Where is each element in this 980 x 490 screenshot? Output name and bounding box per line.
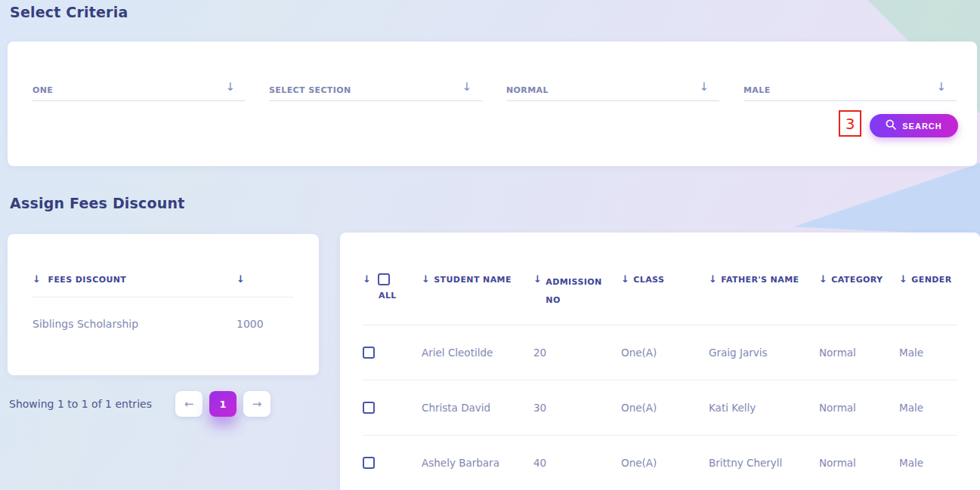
select-criteria-title: Select Criteria (10, 4, 128, 20)
column-header-class[interactable]: ↓CLASS (621, 233, 709, 325)
discount-name: Siblings Scholarship (32, 318, 236, 330)
cell-father-name: Kati Kelly (709, 380, 819, 435)
all-label: ALL (379, 291, 422, 300)
entries-summary: Showing 1 to 1 of 1 entries (9, 398, 152, 410)
column-header-admission-no[interactable]: ↓ADMISSION NO (533, 233, 621, 325)
column-header-all: ↓ ALL (363, 233, 422, 325)
section-dropdown[interactable]: SELECT SECTION ↓ (269, 82, 482, 101)
cell-class: One(A) (621, 325, 709, 380)
student-row: Ashely Barbara 40 One(A) Brittny Cheryll… (363, 435, 957, 490)
cell-student-name: Ariel Cleotilde (422, 325, 533, 380)
pagination: Showing 1 to 1 of 1 entries ← 1 → (9, 390, 271, 418)
select-all-checkbox[interactable] (378, 273, 390, 285)
search-button-label: SEARCH (902, 122, 941, 131)
page-1-button[interactable]: 1 (209, 391, 236, 417)
cell-category: Normal (819, 325, 899, 380)
cell-category: Normal (819, 435, 899, 490)
search-button[interactable]: SEARCH (870, 114, 958, 137)
class-dropdown-value: ONE (32, 85, 53, 95)
chevron-down-icon: ↓ (699, 80, 709, 94)
discount-amount: 1000 (236, 318, 294, 330)
chevron-down-icon: ↓ (462, 80, 471, 94)
cell-gender: Male (899, 325, 957, 380)
column-header-fathers-name[interactable]: ↓FATHER'S NAME (709, 233, 819, 325)
student-row: Ariel Cleotilde 20 One(A) Graig Jarvis N… (363, 325, 957, 380)
next-page-button[interactable]: → (243, 391, 271, 417)
page-controls: ← 1 → (175, 391, 271, 417)
assign-fees-title: Assign Fees Discount (10, 195, 185, 211)
category-dropdown-value: NORMAL (506, 85, 549, 95)
section-dropdown-value: SELECT SECTION (269, 85, 351, 95)
cell-student-name: Ashely Barbara (422, 435, 533, 490)
column-header-student-name[interactable]: ↓STUDENT NAME (422, 233, 533, 325)
students-table-card: ↓ ALL ↓STUDENT NAME ↓ADMISSION NO ↓CLASS (340, 233, 980, 490)
column-header-label: FATHER'S NAME (721, 273, 799, 286)
class-dropdown[interactable]: ONE ↓ (32, 82, 246, 101)
sort-icon[interactable]: ↓ (236, 273, 245, 285)
row-checkbox[interactable] (363, 347, 375, 359)
sort-icon: ↓ (709, 273, 717, 285)
annotation-number: 3 (846, 115, 855, 133)
gender-dropdown[interactable]: MALE ↓ (744, 82, 957, 101)
chevron-down-icon: ↓ (936, 80, 946, 94)
page: Select Criteria ONE ↓ SELECT SECTION ↓ N… (0, 0, 980, 490)
discount-row[interactable]: Siblings Scholarship 1000 (32, 297, 294, 330)
gender-dropdown-value: MALE (744, 85, 771, 95)
discount-table-header: ↓ FEES DISCOUNT ↓ (32, 234, 294, 297)
sort-icon: ↓ (422, 273, 430, 285)
previous-page-button[interactable]: ← (175, 391, 202, 417)
sort-icon: ↓ (819, 273, 827, 285)
cell-class: One(A) (621, 435, 709, 490)
students-table: ↓ ALL ↓STUDENT NAME ↓ADMISSION NO ↓CLASS (363, 233, 957, 490)
chevron-down-icon: ↓ (225, 80, 235, 94)
cell-father-name: Graig Jarvis (709, 325, 819, 380)
cell-father-name: Brittny Cheryll (709, 435, 819, 490)
column-header-category[interactable]: ↓CATEGORY (819, 233, 899, 325)
arrow-left-icon: ← (184, 397, 194, 411)
sort-icon: ↓ (533, 273, 542, 285)
sort-icon[interactable]: ↓ (32, 273, 41, 285)
sort-icon[interactable]: ↓ (363, 273, 371, 285)
select-criteria-card: ONE ↓ SELECT SECTION ↓ NORMAL ↓ MALE ↓ S… (8, 42, 977, 166)
arrow-right-icon: → (252, 397, 262, 411)
cell-admission-no: 20 (533, 325, 621, 380)
category-dropdown[interactable]: NORMAL ↓ (506, 82, 719, 101)
column-header-label: CATEGORY (831, 273, 883, 286)
column-header-gender[interactable]: ↓GENDER (899, 233, 957, 325)
column-header-label: ADMISSION NO (546, 273, 600, 310)
cell-student-name: Christa David (422, 380, 533, 435)
fees-discount-column-header: FEES DISCOUNT (48, 275, 127, 285)
cell-class: One(A) (621, 380, 709, 435)
row-checkbox[interactable] (363, 402, 375, 414)
cell-gender: Male (899, 435, 957, 490)
students-table-header-row: ↓ ALL ↓STUDENT NAME ↓ADMISSION NO ↓CLASS (363, 233, 957, 325)
search-icon (886, 119, 896, 132)
fees-discount-card: ↓ FEES DISCOUNT ↓ Siblings Scholarship 1… (8, 234, 319, 375)
cell-admission-no: 30 (533, 380, 621, 435)
column-header-label: GENDER (911, 273, 951, 286)
student-row: Christa David 30 One(A) Kati Kelly Norma… (363, 380, 957, 435)
annotation-marker: 3 (839, 110, 861, 137)
column-header-label: STUDENT NAME (434, 273, 512, 286)
sort-icon: ↓ (899, 273, 907, 285)
row-checkbox[interactable] (363, 457, 375, 469)
column-header-label: CLASS (633, 273, 664, 286)
decor-triangle-blue (793, 163, 980, 236)
sort-icon: ↓ (621, 273, 629, 285)
cell-category: Normal (819, 380, 899, 435)
cell-admission-no: 40 (533, 435, 621, 490)
cell-gender: Male (899, 380, 957, 435)
